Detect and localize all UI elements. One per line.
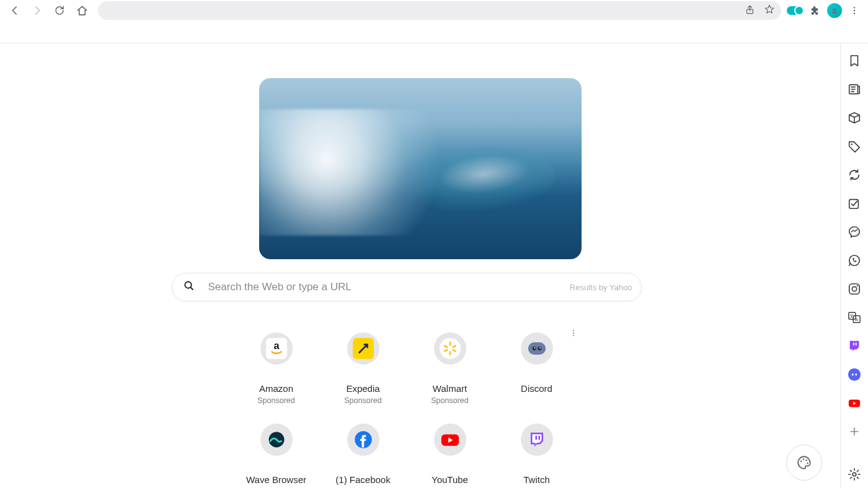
- svg-point-32: [848, 368, 861, 381]
- shortcut-label: YouTube: [432, 474, 468, 485]
- svg-text:a: a: [273, 340, 280, 351]
- tag-icon: [848, 140, 861, 153]
- rail-settings[interactable]: [846, 466, 863, 483]
- svg-point-12: [573, 332, 574, 334]
- sync-icon: [848, 168, 861, 182]
- discord-icon: [848, 368, 861, 381]
- shortcut-twitch[interactable]: Twitch: [494, 424, 580, 485]
- svg-point-7: [532, 347, 536, 350]
- amazon-icon: a: [268, 340, 285, 357]
- rail-add[interactable]: [846, 423, 863, 440]
- svg-rect-31: [856, 343, 857, 346]
- privacy-toggle[interactable]: [786, 2, 804, 19]
- svg-point-20: [851, 144, 853, 146]
- news-icon: [848, 82, 861, 96]
- svg-text:文: 文: [849, 313, 854, 319]
- rail-twitch[interactable]: [846, 337, 863, 355]
- shortcut-sub: Sponsored: [431, 396, 468, 405]
- svg-point-13: [573, 335, 574, 336]
- svg-rect-17: [535, 436, 537, 440]
- shortcut-label: Walmart: [433, 383, 467, 394]
- shortcut-label: Wave Browser: [246, 474, 306, 485]
- whatsapp-icon: [848, 254, 861, 267]
- search-provider-label: Results by Yahoo: [570, 283, 632, 292]
- search-input[interactable]: [208, 281, 570, 293]
- translate-icon: 文A: [848, 311, 861, 324]
- youtube-icon: [848, 396, 861, 410]
- messenger-icon: [848, 225, 861, 239]
- shortcuts-grid: a Amazon Sponsored Expedia Sponsored Wal…: [233, 332, 580, 485]
- facebook-icon: [354, 430, 373, 449]
- arrow-right-icon: [32, 5, 43, 16]
- svg-point-9: [534, 347, 535, 348]
- svg-point-2: [854, 10, 855, 11]
- rail-news[interactable]: [846, 81, 863, 98]
- svg-point-24: [852, 286, 856, 291]
- extensions-button[interactable]: [806, 2, 823, 19]
- svg-point-3: [854, 12, 855, 14]
- reload-icon: [54, 5, 65, 16]
- package-icon: [848, 111, 861, 125]
- bookmark-icon: [848, 54, 861, 68]
- rail-messenger[interactable]: [846, 223, 863, 241]
- instagram-icon: [848, 282, 861, 296]
- expedia-icon: [356, 342, 370, 355]
- svg-point-37: [800, 461, 802, 463]
- shortcut-expedia[interactable]: Expedia Sponsored: [320, 332, 407, 405]
- back-button[interactable]: [5, 1, 25, 20]
- shortcut-sub: Sponsored: [257, 396, 294, 405]
- shortcut-label: Discord: [521, 383, 552, 394]
- twitch-icon: [528, 430, 546, 449]
- youtube-icon: [440, 429, 461, 450]
- svg-point-33: [852, 373, 854, 375]
- palette-icon: [796, 455, 812, 471]
- arrow-left-icon: [9, 5, 20, 16]
- rail-whatsapp[interactable]: [846, 252, 863, 269]
- svg-text:A: A: [855, 317, 858, 322]
- svg-point-10: [539, 347, 541, 348]
- address-bar[interactable]: [98, 1, 781, 20]
- rail-instagram[interactable]: [846, 280, 863, 298]
- rail-tasks[interactable]: [846, 195, 863, 212]
- home-icon: [76, 5, 88, 17]
- forward-button[interactable]: [27, 1, 47, 20]
- share-icon[interactable]: [745, 4, 755, 17]
- svg-rect-18: [538, 436, 540, 440]
- rail-bookmark[interactable]: [846, 52, 863, 69]
- shortcut-wave-browser[interactable]: Wave Browser: [233, 424, 320, 485]
- svg-rect-6: [528, 342, 545, 355]
- rail-sync[interactable]: [846, 166, 863, 184]
- browser-toolbar: s: [0, 0, 868, 21]
- rail-youtube[interactable]: [846, 394, 863, 412]
- more-vertical-icon: [569, 329, 578, 337]
- shortcut-amazon[interactable]: a Amazon Sponsored: [233, 332, 320, 405]
- side-panel: 文A: [840, 43, 868, 488]
- shortcut-facebook[interactable]: (1) Facebook: [320, 424, 407, 485]
- rail-translate[interactable]: 文A: [846, 309, 863, 326]
- shortcut-menu-button[interactable]: [569, 329, 578, 340]
- search-bar[interactable]: Results by Yahoo: [172, 273, 642, 301]
- profile-avatar[interactable]: s: [826, 2, 843, 19]
- puzzle-icon: [809, 5, 820, 16]
- shortcut-youtube[interactable]: YouTube: [407, 424, 494, 485]
- rail-package[interactable]: [846, 109, 863, 126]
- svg-point-1: [854, 7, 855, 8]
- menu-button[interactable]: [846, 2, 863, 19]
- shortcut-discord[interactable]: Discord: [494, 332, 580, 405]
- rail-discord[interactable]: [846, 366, 863, 383]
- home-button[interactable]: [72, 1, 92, 20]
- twitch-icon: [848, 339, 861, 353]
- svg-point-11: [573, 330, 574, 331]
- gear-icon: [848, 468, 861, 481]
- shortcut-walmart[interactable]: Walmart Sponsored: [407, 332, 494, 405]
- customize-button[interactable]: [786, 445, 822, 481]
- svg-point-36: [852, 472, 856, 476]
- svg-point-34: [855, 373, 857, 375]
- star-icon[interactable]: [764, 4, 775, 17]
- svg-point-38: [803, 458, 805, 460]
- more-vertical-icon: [849, 6, 859, 16]
- rail-tag[interactable]: [846, 138, 863, 155]
- wave-icon: [267, 430, 286, 449]
- reload-button[interactable]: [50, 1, 69, 20]
- shortcut-label: Amazon: [259, 383, 293, 394]
